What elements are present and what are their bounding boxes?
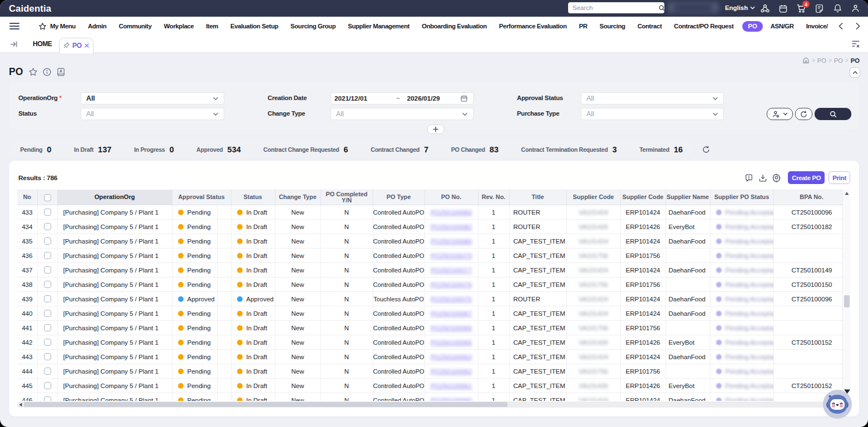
cell-select[interactable] [37, 364, 57, 379]
breadcrumb-item[interactable]: PO [834, 57, 843, 64]
po-link-blurred[interactable]: PO250100065 [431, 339, 472, 346]
po-link-blurred[interactable]: PO250100067 [431, 310, 472, 317]
purchase-type-select[interactable]: All [581, 108, 724, 120]
cell-po-no[interactable]: PO250100076 [425, 277, 478, 292]
po-link-blurred[interactable]: PO250100083 [431, 209, 472, 216]
cell-po-no[interactable]: PO250100082 [425, 220, 478, 234]
col-supplier-po-status[interactable]: Supplier PO Status [710, 190, 773, 205]
row-checkbox[interactable] [44, 396, 51, 401]
status-chip-contract-termination-requested[interactable]: Contract Termination Requested3 [510, 145, 628, 154]
nav-item-contract-po-request[interactable]: Contract/PO Request [674, 23, 733, 29]
status-select[interactable]: All [81, 108, 224, 120]
nav-item-sourcing-group[interactable]: Sourcing Group [290, 23, 336, 29]
grid-row-433[interactable]: 433[Purchasing] Company 5 / Plant 1Pendi… [17, 205, 859, 220]
operationorg-select[interactable]: All [81, 92, 224, 105]
user-icon[interactable] [851, 3, 861, 13]
po-link-blurred[interactable]: PO250100060 [431, 397, 472, 401]
calendar-icon[interactable] [778, 3, 788, 13]
grid-row-436[interactable]: 436[Purchasing] Company 5 / Plant 1Pendi… [17, 249, 859, 263]
nav-item-pr[interactable]: PR [579, 23, 587, 29]
manual-icon[interactable] [56, 67, 66, 77]
row-checkbox[interactable] [44, 266, 51, 274]
po-link-blurred[interactable]: PO250100066 [431, 325, 472, 331]
gear-icon[interactable] [772, 173, 781, 182]
row-checkbox[interactable] [44, 252, 51, 259]
cell-select[interactable] [37, 234, 57, 249]
user-filter-button[interactable] [767, 108, 793, 120]
cell-po-no[interactable]: PO250100066 [425, 321, 478, 335]
po-link-blurred[interactable]: PO250100080 [431, 238, 472, 245]
status-chip-po-changed[interactable]: PO Changed83 [440, 145, 510, 154]
grid-row-437[interactable]: 437[Purchasing] Company 5 / Plant 1Pendi… [17, 263, 859, 277]
cell-select[interactable] [37, 393, 57, 401]
col-no[interactable]: No [17, 190, 37, 205]
nav-item-asn-gr[interactable]: ASN/GR [771, 23, 794, 29]
status-chip-contract-changed[interactable]: Contract Changed7 [359, 145, 440, 154]
close-all-tabs-icon[interactable] [851, 40, 860, 48]
col-supplier-code-2[interactable]: Supplier Code [620, 190, 665, 205]
grid-row-441[interactable]: 441[Purchasing] Company 5 / Plant 1Pendi… [17, 321, 859, 335]
grid-row-438[interactable]: 438[Purchasing] Company 5 / Plant 1Pendi… [17, 277, 859, 292]
cell-po-no[interactable]: PO250100083 [425, 205, 478, 220]
reset-filters-button[interactable] [795, 108, 812, 120]
nav-scroll-left-icon[interactable] [839, 22, 844, 30]
print-button[interactable]: Print [828, 171, 850, 184]
po-link-blurred[interactable]: PO250100082 [431, 224, 472, 230]
grid-row-439[interactable]: 439[Purchasing] Company 5 / Plant 1Appro… [17, 292, 859, 306]
collapse-sidebar-icon[interactable] [9, 40, 18, 48]
cell-po-no[interactable]: PO250100063 [425, 350, 478, 364]
favorite-star-icon[interactable] [28, 67, 38, 77]
expand-filters-button[interactable] [427, 125, 445, 134]
nav-item-evaluation-setup[interactable]: Evaluation Setup [230, 23, 278, 29]
nav-item-onboarding-evaluation[interactable]: Onboarding Evaluation [422, 23, 487, 29]
tab-home[interactable]: HOME [33, 36, 52, 52]
cell-po-no[interactable]: PO250100060 [425, 393, 478, 401]
horizontal-scrollbar[interactable] [17, 401, 843, 408]
col-status[interactable]: Status [231, 190, 275, 205]
col-title[interactable]: Title [509, 190, 566, 205]
nav-item-performance-evaluation[interactable]: Performance Evaluation [499, 23, 567, 29]
status-chip-approved[interactable]: Approved534 [185, 145, 252, 154]
cell-po-no[interactable]: PO250100077 [425, 263, 478, 277]
bell-icon[interactable] [832, 3, 842, 13]
cell-po-no[interactable]: PO250100065 [425, 335, 478, 350]
po-link-blurred[interactable]: PO250100079 [431, 252, 472, 259]
chat-assistant-button[interactable] [822, 388, 851, 417]
cell-select[interactable] [37, 263, 57, 277]
nav-scroll-right-icon[interactable] [855, 22, 860, 30]
col-po-completed[interactable]: PO Completed Y/N [320, 190, 373, 205]
status-chip-in-progress[interactable]: In Progress0 [123, 145, 185, 154]
cell-select[interactable] [37, 220, 57, 234]
col-approval-status[interactable]: Approval Status [172, 190, 231, 205]
tab-po[interactable]: PO [59, 38, 93, 53]
grid-row-442[interactable]: 442[Purchasing] Company 5 / Plant 1Pendi… [17, 335, 859, 350]
cell-select[interactable] [37, 379, 57, 393]
horizontal-scroll-thumb[interactable] [24, 402, 507, 407]
status-chip-contract-change-requested[interactable]: Contract Change Requested6 [252, 145, 359, 154]
row-checkbox[interactable] [44, 310, 51, 317]
row-checkbox[interactable] [44, 382, 51, 389]
row-checkbox[interactable] [44, 237, 51, 245]
cell-po-no[interactable]: PO250100061 [425, 379, 478, 393]
date-to[interactable]: 2026/01/29 [407, 95, 440, 102]
row-checkbox[interactable] [44, 208, 51, 216]
po-link-blurred[interactable]: PO250100063 [431, 354, 472, 360]
po-link-blurred[interactable]: PO250100075 [431, 296, 472, 302]
cell-select[interactable] [37, 350, 57, 364]
col-change-type[interactable]: Change Type [275, 190, 320, 205]
language-selector[interactable]: English [725, 4, 755, 11]
change-type-select[interactable]: All [331, 108, 474, 120]
col-po-type[interactable]: PO Type [373, 190, 425, 205]
nav-item-community[interactable]: Community [119, 23, 151, 29]
status-chip-in-draft[interactable]: In Draft137 [63, 145, 123, 154]
cell-select[interactable] [37, 335, 57, 350]
status-chip-terminated[interactable]: Terminated16 [628, 145, 694, 154]
nav-item-contract[interactable]: Contract [638, 23, 662, 29]
grid-row-434[interactable]: 434[Purchasing] Company 5 / Plant 1Pendi… [17, 220, 859, 234]
cart-icon[interactable]: 4 [796, 3, 806, 13]
grid-info-icon[interactable] [744, 173, 753, 182]
date-from[interactable]: 2021/12/01 [334, 95, 367, 102]
col-operation-org[interactable]: OperationOrg [57, 190, 172, 205]
cell-po-no[interactable]: PO250100079 [425, 249, 478, 263]
nav-item-sourcing[interactable]: Sourcing [600, 23, 625, 29]
